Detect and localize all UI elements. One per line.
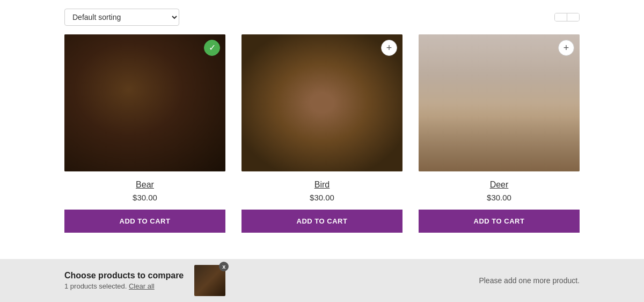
product-card-bear: ✓ Bear $30.00 ADD TO CART	[64, 34, 225, 233]
product-card-deer: + Deer $30.00 ADD TO CART	[419, 34, 580, 233]
product-price-bear: $30.00	[133, 193, 157, 202]
product-name-bear[interactable]: Bear	[136, 180, 154, 190]
compare-button-bird[interactable]: +	[381, 40, 397, 56]
grid-view-button[interactable]	[567, 13, 579, 21]
sorting-select[interactable]: Default sortingSort by price: low to hig…	[64, 9, 179, 26]
compare-button-bear[interactable]: ✓	[204, 40, 220, 56]
list-view-button[interactable]	[555, 13, 567, 21]
product-name-deer[interactable]: Deer	[490, 180, 509, 190]
product-price-bird: $30.00	[310, 193, 334, 202]
product-name-bird[interactable]: Bird	[314, 180, 330, 190]
compare-bar: Choose products to compare 1 products se…	[0, 259, 644, 302]
add-to-cart-button-bird[interactable]: ADD TO CART	[241, 210, 402, 233]
products-grid: ✓ Bear $30.00 ADD TO CART + Bird $30.00 …	[0, 34, 644, 243]
product-card-bird: + Bird $30.00 ADD TO CART	[241, 34, 402, 233]
product-image-bear	[64, 34, 225, 171]
compare-button-deer[interactable]: +	[558, 40, 574, 56]
product-image-wrapper-bird: +	[241, 34, 402, 171]
compare-product-thumb-bear: x	[194, 265, 225, 296]
compare-clear-link[interactable]: Clear all	[129, 282, 155, 290]
product-price-deer: $30.00	[487, 193, 511, 202]
product-image-wrapper-bear: ✓	[64, 34, 225, 171]
compare-bar-text: Choose products to compare 1 products se…	[64, 271, 184, 290]
compare-bar-message: Please add one more product.	[479, 276, 580, 285]
compare-bar-title: Choose products to compare	[64, 271, 184, 281]
add-to-cart-button-deer[interactable]: ADD TO CART	[419, 210, 580, 233]
compare-bar-sub: 1 products selected. Clear all	[64, 282, 184, 290]
product-image-wrapper-deer: +	[419, 34, 580, 171]
add-to-cart-button-bear[interactable]: ADD TO CART	[64, 210, 225, 233]
view-toggles	[554, 13, 580, 21]
toolbar: Default sortingSort by price: low to hig…	[0, 0, 644, 34]
compare-selected-count: 1 products selected.	[64, 282, 127, 290]
product-image-deer	[419, 34, 580, 171]
compare-remove-button-bear[interactable]: x	[219, 262, 229, 271]
product-image-bird	[241, 34, 402, 171]
